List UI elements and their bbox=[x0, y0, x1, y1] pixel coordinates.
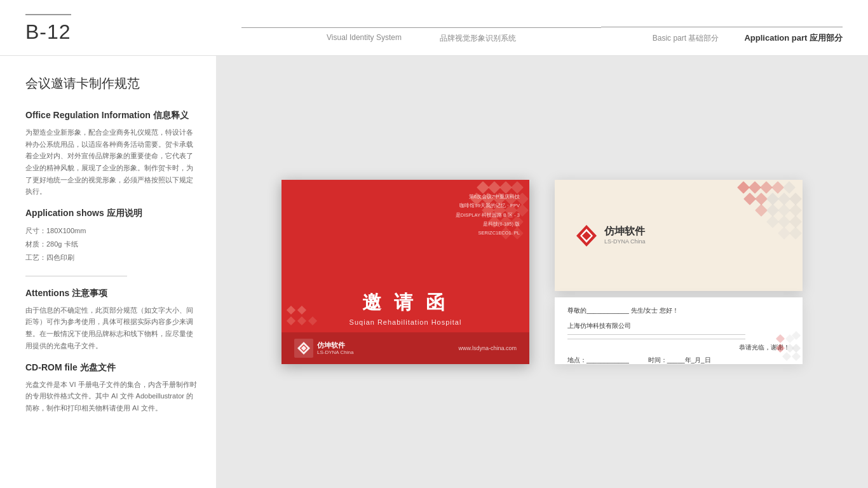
app-craft: 工艺：四色印刷 bbox=[25, 254, 74, 261]
logo-sub-red: LS-DYNA China bbox=[317, 349, 353, 356]
svg-rect-54 bbox=[792, 352, 801, 361]
svg-rect-40 bbox=[789, 204, 802, 217]
logo-name-red: 仿坤软件 bbox=[317, 341, 353, 349]
diamond-pattern-white-top bbox=[701, 180, 803, 269]
card-white-top: 仿坤软件 LS-DYNA China bbox=[555, 180, 803, 291]
svg-rect-53 bbox=[782, 352, 791, 361]
invite-text-en: Suqian Rehabilitation Hospital bbox=[349, 318, 462, 326]
svg-rect-30 bbox=[771, 181, 784, 194]
svg-rect-39 bbox=[778, 204, 790, 217]
svg-rect-32 bbox=[743, 193, 756, 205]
svg-rect-33 bbox=[755, 193, 768, 205]
card-red-info-area: 第6次会议7中重庆科技 咖啡馆99天我的记忆 ‧ PPV 是DISPLAY·科技… bbox=[281, 180, 529, 283]
cdrom-title: CD-ROM file 光盘文件 bbox=[25, 362, 197, 374]
card-red: 第6次会议7中重庆科技 咖啡馆99天我的记忆 ‧ PPV 是DISPLAY·科技… bbox=[281, 180, 529, 364]
svg-rect-28 bbox=[749, 181, 761, 194]
card-line-2 bbox=[567, 339, 745, 339]
page-code: B-12 bbox=[25, 14, 71, 44]
address-text: 地点：____________ bbox=[567, 356, 629, 364]
svg-rect-41 bbox=[766, 215, 779, 228]
logo-icon-red bbox=[294, 339, 313, 358]
svg-rect-42 bbox=[778, 215, 790, 228]
logo-name-white: 仿坤软件 bbox=[604, 225, 646, 238]
diamond-pattern-white-bottom bbox=[752, 329, 803, 364]
attention-title: Attentions 注意事项 bbox=[25, 288, 197, 299]
time-text: 时间：_____年_月_日 bbox=[648, 356, 711, 364]
svg-rect-29 bbox=[760, 181, 773, 194]
right-panel: 第6次会议7中重庆科技 咖啡馆99天我的记忆 ‧ PPV 是DISPLAY·科技… bbox=[216, 56, 868, 488]
vis-label: Visual Identity System bbox=[327, 33, 402, 44]
basic-part-label: Basic part 基础部分 bbox=[653, 33, 719, 44]
logo-icon-white bbox=[574, 223, 599, 248]
svg-rect-35 bbox=[778, 193, 790, 205]
svg-rect-45 bbox=[789, 227, 802, 240]
svg-rect-55 bbox=[776, 334, 785, 343]
svg-rect-43 bbox=[789, 215, 802, 228]
logo-sub-white: LS-DYNA China bbox=[604, 238, 646, 246]
app-part-label: Application part 应用部分 bbox=[744, 32, 843, 44]
header-right: Basic part 基础部分 Application part 应用部分 bbox=[601, 27, 843, 44]
app-shows-title: Application shows 应用说明 bbox=[25, 208, 197, 219]
header: B-12 Visual Identity System 品牌视觉形象识别系统 B… bbox=[0, 0, 868, 56]
app-material: 材质：280g 卡纸 bbox=[25, 240, 78, 248]
card-white-logo-text-area: 仿坤软件 LS-DYNA China bbox=[604, 225, 646, 245]
svg-rect-52 bbox=[792, 344, 801, 353]
card-white-bottom: 尊敬的____________ 先生/女士 您好！ 上海仿坤科技有限公司 恭请光… bbox=[555, 297, 803, 364]
section-divider bbox=[25, 276, 127, 276]
svg-rect-27 bbox=[737, 181, 750, 194]
svg-rect-37 bbox=[755, 204, 768, 217]
info-body: 为塑造企业新形象，配合企业商务礼仪规范，特设计各种办公系统用品，以适应各种商务活… bbox=[25, 126, 197, 198]
section-title: 会议邀请卡制作规范 bbox=[25, 75, 197, 92]
app-shows-body: 尺寸：180X100mm 材质：280g 卡纸 工艺：四色印刷 bbox=[25, 224, 197, 264]
card-red-info-text: 第6次会议7中重庆科技 咖啡馆99天我的记忆 ‧ PPV 是DISPLAY·科技… bbox=[456, 193, 520, 238]
svg-rect-44 bbox=[778, 227, 790, 240]
main-content: 会议邀请卡制作规范 Office Regulation Information … bbox=[0, 56, 868, 488]
card-red-bottom: 仿坤软件 LS-DYNA China www.lsdyna-china.com bbox=[281, 332, 529, 364]
svg-rect-50 bbox=[776, 344, 785, 353]
cdrom-body: 光盘文件是本 VI 手册电子文件的集合，内含手册制作时的专用软件格式文件。其中 … bbox=[25, 379, 197, 414]
card-white-wrapper: 仿坤软件 LS-DYNA China 尊敬的____________ 先生/女士… bbox=[555, 180, 803, 364]
app-size: 尺寸：180X100mm bbox=[25, 227, 86, 234]
header-left: B-12 bbox=[25, 14, 241, 44]
attention-body: 由于信息的不确定性，此页部分规范（如文字大小、间距等）可作为参考使用，具体可根据… bbox=[25, 304, 197, 352]
header-center: Visual Identity System 品牌视觉形象识别系统 bbox=[241, 27, 601, 44]
invite-text-cn: 邀 请 函 bbox=[362, 290, 449, 316]
card-red-logo-text: 仿坤软件 LS-DYNA China bbox=[317, 341, 353, 356]
svg-rect-31 bbox=[783, 181, 796, 194]
card-line-1 bbox=[567, 334, 745, 335]
info-title: Office Regulation Information 信息释义 bbox=[25, 110, 197, 121]
left-panel: 会议邀请卡制作规范 Office Regulation Information … bbox=[0, 56, 216, 488]
greeting-text: 尊敬的____________ 先生/女士 您好！ bbox=[567, 306, 790, 315]
card-red-center: 邀 请 函 Suqian Rehabilitation Hospital bbox=[281, 283, 529, 332]
card-white-logo-area: 仿坤软件 LS-DYNA China bbox=[574, 223, 646, 248]
header-center-labels: Visual Identity System 品牌视觉形象识别系统 bbox=[327, 33, 516, 44]
svg-rect-38 bbox=[766, 204, 779, 217]
svg-rect-34 bbox=[766, 193, 779, 205]
website-text: www.lsdyna-china.com bbox=[458, 345, 517, 351]
svg-rect-36 bbox=[789, 193, 802, 205]
card-red-logo-area: 仿坤软件 LS-DYNA China bbox=[294, 339, 353, 358]
brand-label: 品牌视觉形象识别系统 bbox=[440, 33, 516, 44]
